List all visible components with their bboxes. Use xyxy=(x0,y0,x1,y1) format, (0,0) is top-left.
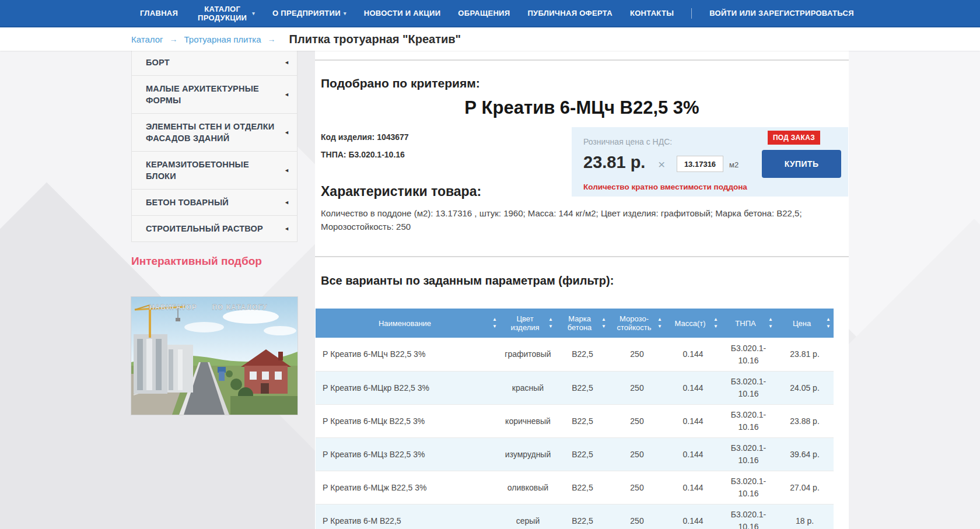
nav-item-about[interactable]: О ПРЕДПРИЯТИИ ▾ xyxy=(272,9,346,17)
column-header-price[interactable]: Цена ▲▼ xyxy=(776,309,834,338)
cell-price: 24.05 р. xyxy=(776,382,834,394)
triangle-left-icon: ◄ xyxy=(284,226,289,232)
sort-asc-icon[interactable]: ▲ xyxy=(713,317,718,322)
column-header-grade[interactable]: Марка бетона ▲▼ xyxy=(556,309,609,338)
sort-desc-icon[interactable]: ▼ xyxy=(768,324,773,329)
sidebar-item-concrete[interactable]: БЕТОН ТОВАРНЫЙ ◄ xyxy=(131,189,298,216)
category-menu: БОРТ ◄ МАЛЫЕ АРХИТЕКТУРНЫЕ ФОРМЫ ◄ ЭЛЕМЕ… xyxy=(131,49,298,242)
table-row: Р Креатив 6-МЦк В22,5 3% коричневый В22,… xyxy=(316,404,834,437)
product-tnpa: ТНПА: Б3.020.1-10.16 xyxy=(321,150,405,159)
caret-down-icon: ▾ xyxy=(344,10,346,16)
caret-down-icon: ▾ xyxy=(252,10,255,16)
cell-mass: 0.144 xyxy=(665,449,721,461)
sort-asc-icon[interactable]: ▲ xyxy=(657,317,662,322)
quantity-input[interactable] xyxy=(677,156,723,172)
table-row: Р Креатив 6-М В22,5 серый В22,5 250 0.14… xyxy=(316,504,834,529)
cell-tnpa: Б3.020.1-10.16 xyxy=(721,509,776,529)
column-header-tnpa[interactable]: ТНПА ▲▼ xyxy=(721,309,776,338)
sidebar-item-bort[interactable]: БОРТ ◄ xyxy=(131,49,298,76)
sidebar-item-small-forms[interactable]: МАЛЫЕ АРХИТЕКТУРНЫЕ ФОРМЫ ◄ xyxy=(131,75,298,114)
sort-desc-icon[interactable]: ▼ xyxy=(657,324,662,329)
nav-item-login[interactable]: ВОЙТИ ИЛИ ЗАРЕГИСТРИРОВАТЬСЯ xyxy=(709,9,854,17)
cell-price: 27.04 р. xyxy=(776,482,834,494)
price-value: 23.81 р. xyxy=(583,153,645,172)
breadcrumb-arrow-icon: → xyxy=(170,34,178,44)
top-navigation: ГЛАВНАЯ КАТАЛОГ ПРОДУКЦИИ ▾ О ПРЕДПРИЯТИ… xyxy=(0,0,980,27)
column-header-color[interactable]: Цвет изделия ▲▼ xyxy=(500,309,556,338)
pallet-quantity-note: Количество кратно вместимости поддона xyxy=(583,183,747,191)
sidebar-item-mortar[interactable]: СТРОИТЕЛЬНЫЙ РАСТВОР ◄ xyxy=(131,215,298,242)
cell-mass: 0.144 xyxy=(665,415,721,428)
cell-color: коричневый xyxy=(500,415,556,428)
product-content: Подобрано по критериям: Р Креатив 6-МЦч … xyxy=(315,51,849,529)
cell-grade: В22,5 xyxy=(556,482,609,494)
sort-asc-icon[interactable]: ▲ xyxy=(826,317,831,322)
sort-desc-icon[interactable]: ▼ xyxy=(548,324,553,329)
cell-grade: В22,5 xyxy=(556,415,609,428)
sidebar-item-label: МАЛЫЕ АРХИТЕКТУРНЫЕ ФОРМЫ xyxy=(146,84,259,105)
nav-divider xyxy=(691,8,692,19)
nav-item-offer[interactable]: ПУБЛИЧНАЯ ОФЕРТА xyxy=(527,9,612,17)
triangle-left-icon: ◄ xyxy=(284,199,289,205)
cell-tnpa: Б3.020.1-10.16 xyxy=(721,376,776,400)
cell-name: Р Креатив 6-М В22,5 xyxy=(316,515,500,527)
sort-asc-icon[interactable]: ▲ xyxy=(548,317,553,322)
sidebar-item-wall-elements[interactable]: ЭЛЕМЕНТЫ СТЕН И ОТДЕЛКИ ФАСАДОВ ЗДАНИЙ ◄ xyxy=(131,113,298,152)
cell-name: Р Креатив 6-МЦж В22,5 3% xyxy=(316,482,500,494)
table-row: Р Креатив 6-МЦкр В22,5 3% красный В22,5 … xyxy=(316,371,834,404)
price-panel: Розничная цена с НДС: 23.81 р. × м2 ПОД … xyxy=(572,127,848,197)
column-header-name[interactable]: Наименование ▲▼ xyxy=(316,309,500,338)
sidebar-item-blocks[interactable]: КЕРАМЗИТОБЕТОННЫЕ БЛОКИ ◄ xyxy=(131,151,298,190)
table-header-row: Наименование ▲▼ Цвет изделия ▲▼ Марка бе… xyxy=(316,309,834,338)
breadcrumb-link-catalog[interactable]: Каталог xyxy=(131,34,163,44)
cell-mass: 0.144 xyxy=(665,348,721,360)
cell-mass: 0.144 xyxy=(665,515,721,527)
cell-tnpa: Б3.020.1-10.16 xyxy=(721,442,776,467)
breadcrumb: Каталог → Тротуарная плитка → Плитка тро… xyxy=(0,27,980,51)
characteristics-text: Количество в поддоне (м2): 13.17316 , шт… xyxy=(321,206,805,233)
sort-asc-icon[interactable]: ▲ xyxy=(601,317,606,322)
sidebar-item-label: ЭЛЕМЕНТЫ СТЕН И ОТДЕЛКИ ФАСАДОВ ЗДАНИЙ xyxy=(146,122,274,143)
buy-button[interactable]: КУПИТЬ xyxy=(762,150,841,178)
sort-asc-icon[interactable]: ▲ xyxy=(492,317,497,322)
navigator-title-part2: ПО КАТАЛОГУ xyxy=(212,303,267,311)
cell-name: Р Креатив 6-МЦч В22,5 3% xyxy=(316,348,500,360)
on-order-badge: ПОД ЗАКАЗ xyxy=(768,131,820,145)
cell-grade: В22,5 xyxy=(556,348,609,360)
cell-grade: В22,5 xyxy=(556,449,609,461)
cell-price: 39.64 р. xyxy=(776,449,834,461)
nav-item-news[interactable]: НОВОСТИ И АКЦИИ xyxy=(364,9,441,17)
sort-desc-icon[interactable]: ▼ xyxy=(713,324,718,329)
variants-table: Наименование ▲▼ Цвет изделия ▲▼ Марка бе… xyxy=(316,309,834,529)
cell-name: Р Креатив 6-МЦк В22,5 3% xyxy=(316,415,500,428)
sidebar-item-label: КЕРАМЗИТОБЕТОННЫЕ БЛОКИ xyxy=(146,160,249,181)
sort-desc-icon[interactable]: ▼ xyxy=(601,324,606,329)
unit-label: м2 xyxy=(729,160,738,169)
sort-asc-icon[interactable]: ▲ xyxy=(768,317,773,322)
nav-item-home[interactable]: ГЛАВНАЯ xyxy=(140,9,178,17)
table-row: Р Креатив 6-МЦз В22,5 3% изумрудный В22,… xyxy=(316,437,834,471)
table-row: Р Креатив 6-МЦч В22,5 3% графитовый В22,… xyxy=(316,338,834,371)
cell-tnpa: Б3.020.1-10.16 xyxy=(721,409,776,433)
sort-desc-icon[interactable]: ▼ xyxy=(826,324,831,329)
sort-desc-icon[interactable]: ▼ xyxy=(492,324,497,329)
variants-heading: Все варианты по заданным параметрам (фил… xyxy=(321,274,614,288)
column-header-frost[interactable]: Морозо-стойкость ▲▼ xyxy=(609,309,665,338)
catalog-navigator-banner[interactable]: НАВИГАТОР ПО КАТАЛОГУ xyxy=(131,297,298,415)
column-header-mass[interactable]: Масса(т) ▲▼ xyxy=(665,309,721,338)
sidebar-item-label: СТРОИТЕЛЬНЫЙ РАСТВОР xyxy=(146,224,263,233)
nav-item-contacts[interactable]: КОНТАКТЫ xyxy=(630,9,674,17)
table-row: Р Креатив 6-МЦж В22,5 3% оливковый В22,5… xyxy=(316,471,834,504)
cell-frost: 250 xyxy=(609,415,665,428)
cell-color: графитовый xyxy=(500,348,556,360)
product-code: Код изделия: 1043677 xyxy=(321,132,409,142)
retail-price-label: Розничная цена с НДС: xyxy=(583,137,672,146)
interactive-selection-link[interactable]: Интерактивный подбор xyxy=(131,255,262,268)
breadcrumb-link-paving[interactable]: Тротуарная плитка xyxy=(184,34,261,44)
nav-item-catalog[interactable]: КАТАЛОГ ПРОДУКЦИИ ▾ xyxy=(195,5,255,22)
cell-color: оливковый xyxy=(500,482,556,494)
cell-price: 18 р. xyxy=(776,515,834,527)
cell-frost: 250 xyxy=(609,515,665,527)
section-divider xyxy=(315,59,849,61)
nav-item-appeals[interactable]: ОБРАЩЕНИЯ xyxy=(458,9,510,17)
